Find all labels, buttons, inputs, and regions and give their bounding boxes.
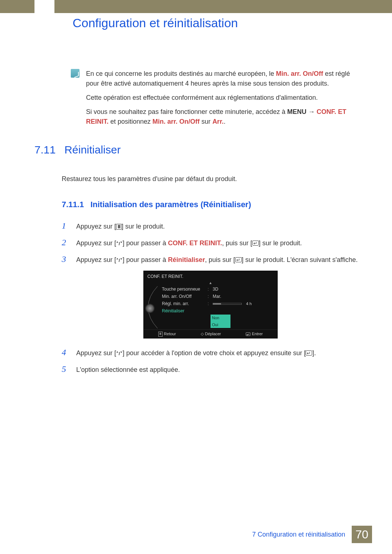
osd-title: CONF. ET REINIT. bbox=[144, 271, 277, 281]
osd-row-regl: Régl. min. arr. : 4 h bbox=[162, 300, 274, 307]
osd-option-oui: Oui bbox=[211, 321, 230, 328]
osd-option-non: Non bbox=[211, 315, 230, 321]
note-paragraph-3: Si vous ne souhaitez pas faire fonctionn… bbox=[86, 107, 365, 127]
step-5: 5 L'option sélectionnée est appliquée. bbox=[62, 362, 365, 376]
section-heading: 7.11Réinitialiser bbox=[34, 141, 365, 158]
header-bar bbox=[0, 0, 392, 13]
steps-list-cont: 4 Appuyez sur [˄/˅] pour accéder à l'opt… bbox=[62, 346, 365, 376]
osd-row-minarr: Min. arr. On/Off : Mar. bbox=[162, 293, 274, 300]
note-paragraph-2: Cette opération est effectuée conforméme… bbox=[86, 93, 365, 103]
osd-options: Non Oui bbox=[211, 315, 274, 328]
footer-chapter: 7 Configuration et réinitialisation bbox=[252, 530, 345, 539]
enter-icon bbox=[235, 257, 242, 262]
section-711: 7.11Réinitialiser Restaurez tous les par… bbox=[34, 141, 365, 379]
note-paragraph-1: En ce qui concerne les produits destinés… bbox=[86, 69, 365, 89]
up-down-icon: ˄/˅ bbox=[116, 351, 123, 356]
up-down-icon: ˄/˅ bbox=[116, 258, 123, 263]
osd-footer: ⅢRetour Déplacer Entrer bbox=[144, 329, 277, 338]
step-1: 1 Appuyez sur [] sur le produit. bbox=[62, 219, 365, 232]
osd-slider-icon bbox=[213, 303, 242, 305]
section-intro: Restaurez tous les paramètres d'usine pa… bbox=[62, 174, 365, 184]
menu-button-icon bbox=[116, 224, 122, 230]
osd-menu-icon: Ⅲ bbox=[158, 332, 163, 337]
osd-scroll-up-icon: ▲ bbox=[144, 281, 277, 285]
osd-enter-icon bbox=[246, 332, 250, 336]
enter-icon bbox=[252, 241, 259, 246]
chapter-tab-notch bbox=[34, 0, 54, 17]
note-icon bbox=[71, 69, 79, 78]
gear-icon bbox=[146, 304, 154, 312]
osd-row-touche: Touche personneue : 3D bbox=[162, 286, 274, 293]
steps-list: 1 Appuyez sur [] sur le produit. 2 Appuy… bbox=[62, 219, 365, 266]
enter-icon bbox=[306, 350, 312, 356]
osd-screenshot: CONF. ET REINIT. ▲ Touche personneue : 3… bbox=[143, 271, 278, 338]
note-text: En ce qui concerne les produits destinés… bbox=[86, 69, 365, 131]
osd-side-curve bbox=[147, 286, 159, 328]
osd-row-reinit: Réinitialiser bbox=[162, 307, 274, 315]
up-down-icon: ˄/˅ bbox=[116, 241, 123, 246]
step-3: 3 Appuyez sur [˄/˅] pour passer à Réinit… bbox=[62, 253, 365, 266]
info-note: En ce qui concerne les produits destinés… bbox=[71, 69, 365, 131]
subsection-heading: 7.11.1Initialisation des paramètres (Réi… bbox=[62, 198, 365, 210]
page-title: Configuration et réinitialisation bbox=[73, 14, 238, 32]
footer-page-number: 70 bbox=[352, 526, 372, 543]
page-footer: 7 Configuration et réinitialisation 70 bbox=[252, 526, 372, 543]
step-2: 2 Appuyez sur [˄/˅] pour passer à CONF. … bbox=[62, 236, 365, 249]
osd-move-icon bbox=[201, 331, 204, 337]
step-4: 4 Appuyez sur [˄/˅] pour accéder à l'opt… bbox=[62, 346, 365, 359]
